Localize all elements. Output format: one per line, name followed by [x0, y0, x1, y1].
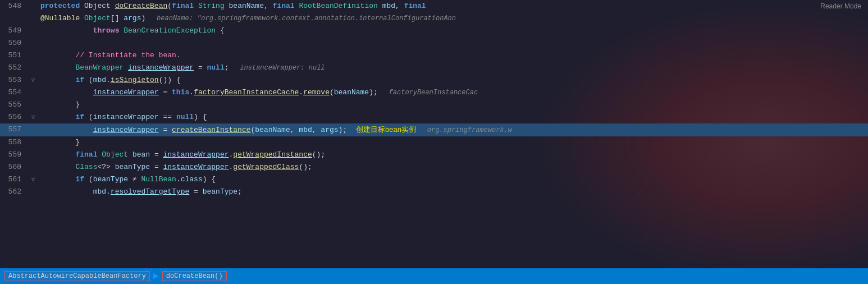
- line-number-552: 552: [0, 62, 28, 74]
- line-gutter-560: [28, 161, 38, 173]
- code-text: mbd.resolvedTargetType = beanType;: [40, 187, 242, 196]
- line-gutter-553: ▽: [28, 74, 38, 86]
- code-line-562: 562 mbd.resolvedTargetType = beanType;: [0, 186, 868, 198]
- breadcrumb: AbstractAutowireCapableBeanFactory doCre…: [4, 271, 227, 281]
- line-number-555: 555: [0, 99, 28, 111]
- code-text: @Nullable Object[] args): [40, 14, 145, 22]
- line-content-562: mbd.resolvedTargetType = beanType;: [38, 186, 868, 198]
- line-gutter-556: ▽: [28, 111, 38, 123]
- svg-marker-0: [153, 273, 159, 279]
- line-gutter-554: [28, 86, 38, 99]
- line-gutter-548b: [28, 12, 38, 25]
- code-text: }: [40, 100, 80, 109]
- code-text: // Instantiate the bean.: [40, 51, 181, 59]
- line-content-550: [38, 37, 868, 49]
- code-line-552: 552 BeanWrapper instanceWrapper = null; …: [0, 62, 868, 74]
- code-text: if (beanType ≠ NullBean.class) {: [40, 175, 216, 184]
- line-content-548: protected Object doCreateBean(final Stri…: [38, 0, 868, 12]
- line-number-551: 551: [0, 49, 28, 62]
- code-text: BeanWrapper instanceWrapper = null;: [40, 63, 229, 72]
- line-gutter-552: [28, 62, 38, 74]
- chinese-hint-createbean: 创建目标bean实例: [356, 125, 416, 134]
- line-number-562: 562: [0, 186, 28, 198]
- editor-container: Reader Mode 548 protected Object doCreat…: [0, 0, 868, 284]
- line-gutter-548: [28, 0, 38, 12]
- line-number-559: 559: [0, 149, 28, 161]
- line-gutter-555: [28, 99, 38, 111]
- line-gutter-562: [28, 186, 38, 198]
- line-number-blank: [0, 12, 28, 25]
- line-gutter-561: ▽: [28, 173, 38, 186]
- line-content-554: instanceWrapper = this.factoryBeanInstan…: [38, 86, 868, 99]
- breadcrumb-separator: [152, 272, 160, 281]
- line-gutter-558: [28, 136, 38, 149]
- status-bar: AbstractAutowireCapableBeanFactory doCre…: [0, 268, 868, 284]
- line-content-555: }: [38, 99, 868, 111]
- line-content-560: Class<?> beanType = instanceWrapper.getW…: [38, 161, 868, 173]
- line-content-559: final Object bean = instanceWrapper.getW…: [38, 149, 868, 161]
- code-line-553: 553 ▽ if (mbd.isSingleton()) {: [0, 74, 868, 86]
- line-gutter-549: [28, 25, 38, 37]
- code-text: Class<?> beanType = instanceWrapper.getW…: [40, 163, 312, 171]
- code-text: throws BeanCreationException {: [40, 26, 225, 35]
- line-number-550: 550: [0, 37, 28, 49]
- code-text: }: [40, 138, 80, 146]
- code-line-559: 559 final Object bean = instanceWrapper.…: [0, 149, 868, 161]
- line-gutter-550: [28, 37, 38, 49]
- code-text: instanceWrapper = createBeanInstance(bea…: [40, 126, 347, 134]
- code-line-548b: @Nullable Object[] args) beanName: "org.…: [0, 12, 868, 25]
- inline-hint-spring: org.springframework.w: [427, 126, 512, 134]
- line-number-557: 557: [0, 123, 28, 136]
- line-number-553: 553: [0, 74, 28, 86]
- fold-arrow-561[interactable]: ▽: [31, 176, 35, 183]
- code-line-557: 557 instanceWrapper = createBeanInstance…: [0, 123, 868, 136]
- line-content-552: BeanWrapper instanceWrapper = null; inst…: [38, 62, 868, 74]
- breadcrumb-method-button[interactable]: doCreateBean(): [162, 271, 227, 281]
- code-line-555: 555 }: [0, 99, 868, 111]
- line-number-556: 556: [0, 111, 28, 123]
- fold-arrow-556[interactable]: ▽: [31, 114, 35, 121]
- breadcrumb-class-button[interactable]: AbstractAutowireCapableBeanFactory: [4, 271, 150, 281]
- code-line-549: 549 throws BeanCreationException {: [0, 25, 868, 37]
- code-text: instanceWrapper = this.factoryBeanInstan…: [40, 88, 378, 97]
- code-text: if (mbd.isSingleton()) {: [40, 76, 181, 84]
- code-line-556: 556 ▽ if (instanceWrapper == null) {: [0, 111, 868, 123]
- line-number-548: 548: [0, 0, 28, 12]
- line-gutter-557: [28, 123, 38, 136]
- line-content-548b: @Nullable Object[] args) beanName: "org.…: [38, 12, 868, 25]
- code-text: final Object bean = instanceWrapper.getW…: [40, 150, 325, 159]
- code-line-548: 548 protected Object doCreateBean(final …: [0, 0, 868, 12]
- line-content-557: instanceWrapper = createBeanInstance(bea…: [38, 123, 868, 136]
- code-text: if (instanceWrapper == null) {: [40, 113, 207, 121]
- code-area: 548 protected Object doCreateBean(final …: [0, 0, 868, 267]
- line-content-549: throws BeanCreationException {: [38, 25, 868, 37]
- code-text: protected Object doCreateBean(final Stri…: [40, 2, 426, 10]
- code-line-551: 551 // Instantiate the bean.: [0, 49, 868, 62]
- line-number-549: 549: [0, 25, 28, 37]
- fold-arrow-553[interactable]: ▽: [31, 77, 35, 84]
- inline-hint-factory: factoryBeanInstanceCac: [389, 89, 478, 97]
- code-line-554: 554 instanceWrapper = this.factoryBeanIn…: [0, 86, 868, 99]
- line-number-554: 554: [0, 86, 28, 99]
- line-number-561: 561: [0, 173, 28, 186]
- line-number-560: 560: [0, 161, 28, 173]
- line-gutter-559: [28, 149, 38, 161]
- line-content-551: // Instantiate the bean.: [38, 49, 868, 62]
- line-content-561: if (beanType ≠ NullBean.class) {: [38, 173, 868, 186]
- line-number-558: 558: [0, 136, 28, 149]
- code-line-558: 558 }: [0, 136, 868, 149]
- inline-hint-beanname: beanName: "org.springframework.context.a…: [157, 15, 456, 22]
- line-content-558: }: [38, 136, 868, 149]
- code-line-550: 550: [0, 37, 868, 49]
- inline-hint-instancewrapper: instanceWrapper: null: [240, 64, 325, 72]
- line-content-556: if (instanceWrapper == null) {: [38, 111, 868, 123]
- line-content-553: if (mbd.isSingleton()) {: [38, 74, 868, 86]
- code-line-561: 561 ▽ if (beanType ≠ NullBean.class) {: [0, 173, 868, 186]
- line-gutter-551: [28, 49, 38, 62]
- reader-mode-label[interactable]: Reader Mode: [820, 2, 861, 10]
- code-line-560: 560 Class<?> beanType = instanceWrapper.…: [0, 161, 868, 173]
